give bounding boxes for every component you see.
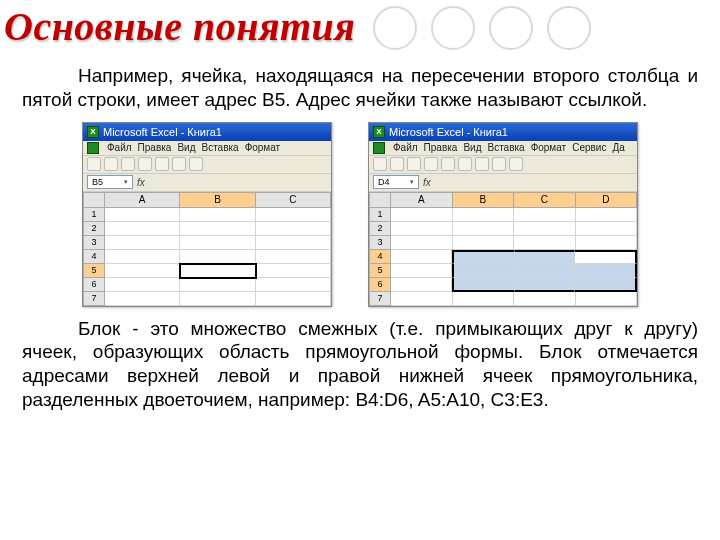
cell[interactable] — [391, 222, 453, 236]
cell[interactable] — [105, 236, 180, 250]
toolbar-button[interactable] — [172, 157, 186, 171]
cell[interactable] — [256, 222, 331, 236]
row-header[interactable]: 5 — [369, 264, 391, 278]
toolbar-button[interactable] — [104, 157, 118, 171]
row-header[interactable]: 6 — [369, 278, 391, 292]
cell[interactable] — [256, 236, 331, 250]
toolbar-button[interactable] — [424, 157, 438, 171]
cell[interactable] — [256, 278, 331, 292]
fx-icon[interactable]: fx — [137, 177, 145, 188]
cell[interactable] — [256, 208, 331, 222]
row-header[interactable]: 2 — [83, 222, 105, 236]
toolbar-button[interactable] — [492, 157, 506, 171]
toolbar-button[interactable] — [458, 157, 472, 171]
cell[interactable] — [180, 222, 255, 236]
cell[interactable] — [105, 250, 180, 264]
toolbar-button[interactable] — [87, 157, 101, 171]
cell[interactable] — [453, 208, 515, 222]
cell-selected[interactable] — [575, 278, 637, 292]
cell[interactable] — [576, 236, 638, 250]
toolbar-button[interactable] — [509, 157, 523, 171]
toolbar-button[interactable] — [441, 157, 455, 171]
cell[interactable] — [105, 208, 180, 222]
menu-item[interactable]: Правка — [138, 142, 172, 153]
row-header[interactable]: 1 — [83, 208, 105, 222]
cell[interactable] — [514, 222, 576, 236]
menu-item[interactable]: Файл — [107, 142, 132, 153]
cell[interactable] — [180, 236, 255, 250]
menu-item[interactable]: Вид — [463, 142, 481, 153]
cell[interactable] — [391, 236, 453, 250]
cell[interactable] — [514, 292, 576, 306]
cell[interactable] — [514, 208, 576, 222]
cell[interactable] — [180, 250, 255, 264]
spreadsheet-grid[interactable]: A B C D 1 2 3 4 5 6 7 — [369, 192, 637, 306]
cell[interactable] — [391, 208, 453, 222]
toolbar-button[interactable] — [121, 157, 135, 171]
cell[interactable] — [576, 292, 638, 306]
cell[interactable] — [391, 250, 452, 264]
menu-item[interactable]: Файл — [393, 142, 418, 153]
cell[interactable] — [391, 278, 452, 292]
name-box[interactable]: B5 — [87, 175, 133, 189]
col-header[interactable]: C — [514, 192, 576, 208]
row-header[interactable]: 6 — [83, 278, 105, 292]
cell[interactable] — [105, 264, 180, 278]
menu-item[interactable]: Вид — [177, 142, 195, 153]
cell[interactable] — [576, 208, 638, 222]
cell-selected[interactable] — [515, 264, 576, 278]
cell[interactable] — [105, 292, 180, 306]
toolbar-button[interactable] — [189, 157, 203, 171]
cell[interactable] — [453, 292, 515, 306]
menu-item[interactable]: Да — [612, 142, 624, 153]
toolbar-button[interactable] — [407, 157, 421, 171]
col-header[interactable]: B — [180, 192, 255, 208]
cell[interactable] — [256, 250, 331, 264]
row-header[interactable]: 4 — [83, 250, 105, 264]
cell-selected[interactable] — [515, 278, 576, 292]
col-header[interactable]: C — [256, 192, 331, 208]
cell-selected[interactable] — [452, 264, 515, 278]
col-header[interactable]: A — [105, 192, 180, 208]
row-header[interactable]: 4 — [369, 250, 391, 264]
cell-selected[interactable] — [575, 264, 637, 278]
col-header[interactable]: D — [576, 192, 638, 208]
row-header[interactable]: 3 — [369, 236, 391, 250]
row-header[interactable]: 7 — [369, 292, 391, 306]
row-header[interactable]: 5 — [83, 264, 105, 278]
toolbar-button[interactable] — [138, 157, 152, 171]
cell[interactable] — [256, 264, 331, 278]
cell[interactable] — [453, 236, 515, 250]
toolbar-button[interactable] — [475, 157, 489, 171]
cell[interactable] — [391, 292, 453, 306]
toolbar-button[interactable] — [390, 157, 404, 171]
menu-item[interactable]: Формат — [245, 142, 281, 153]
cell[interactable] — [105, 278, 180, 292]
select-all-corner[interactable] — [83, 192, 105, 208]
col-header[interactable]: B — [453, 192, 515, 208]
cell[interactable] — [256, 292, 331, 306]
menu-item[interactable]: Сервис — [572, 142, 606, 153]
cell[interactable] — [391, 264, 452, 278]
col-header[interactable]: A — [391, 192, 453, 208]
cell[interactable] — [453, 222, 515, 236]
active-cell[interactable] — [179, 263, 257, 279]
fx-icon[interactable]: fx — [423, 177, 431, 188]
cell[interactable] — [576, 222, 638, 236]
cell[interactable] — [180, 292, 255, 306]
menu-item[interactable]: Правка — [424, 142, 458, 153]
cell[interactable] — [180, 278, 255, 292]
row-header[interactable]: 2 — [369, 222, 391, 236]
name-box[interactable]: D4 — [373, 175, 419, 189]
cell[interactable] — [514, 236, 576, 250]
row-header[interactable]: 7 — [83, 292, 105, 306]
menu-item[interactable]: Вставка — [201, 142, 238, 153]
select-all-corner[interactable] — [369, 192, 391, 208]
cell-selected[interactable] — [452, 250, 515, 264]
cell-selected[interactable] — [515, 250, 576, 264]
menu-item[interactable]: Вставка — [487, 142, 524, 153]
spreadsheet-grid[interactable]: A B C 1 2 3 4 5 6 7 — [83, 192, 331, 306]
active-cell[interactable] — [575, 250, 637, 264]
row-header[interactable]: 1 — [369, 208, 391, 222]
menu-item[interactable]: Формат — [531, 142, 567, 153]
